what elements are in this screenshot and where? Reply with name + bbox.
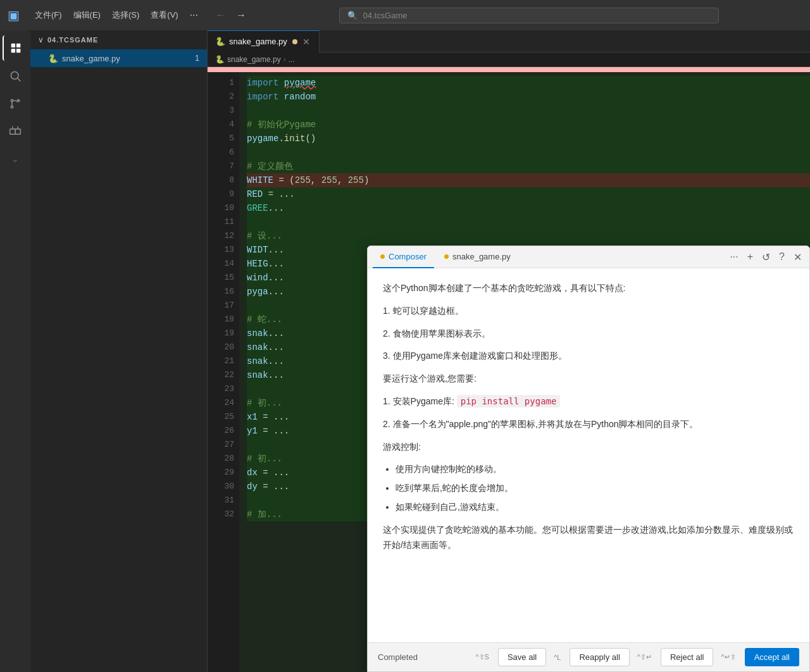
svg-rect-0 xyxy=(11,44,15,47)
sidebar-title: 04.TCSGAME xyxy=(47,36,199,44)
composer-header: Composer snake_game.py ··· + ↺ ? ✕ xyxy=(368,246,809,268)
accept-all-button[interactable]: Accept all xyxy=(745,648,799,666)
file-icon: 🐍 xyxy=(48,54,58,63)
reject-shortcut: ^⇧↵ xyxy=(637,653,652,661)
composer-outro: 这个实现提供了贪吃蛇游戏的基本功能。您可以根据需要进一步改进游戏,比如添加分数显… xyxy=(383,523,794,553)
svg-rect-3 xyxy=(16,49,20,53)
app-icon: ▣ xyxy=(8,8,20,23)
composer-intro: 这个Python脚本创建了一个基本的贪吃蛇游戏，具有以下特点: xyxy=(383,281,794,296)
breadcrumb-icon: 🐍 xyxy=(215,55,225,64)
composer-run-step-1: 1. 安装Pygame库: pip install pygame xyxy=(383,394,794,409)
composer-help-button[interactable]: ? xyxy=(776,249,787,265)
composer-run-title: 要运行这个游戏,您需要: xyxy=(383,371,794,387)
reapply-shortcut: ^L xyxy=(554,654,561,661)
composer-tab-label: Composer xyxy=(389,252,427,261)
activity-explorer[interactable] xyxy=(3,35,28,61)
breadcrumb: 🐍 snake_game.py › ... xyxy=(208,53,810,67)
composer-tab-composer[interactable]: Composer xyxy=(373,246,434,268)
tab-file-icon: 🐍 xyxy=(215,37,225,46)
save-all-button[interactable]: Save all xyxy=(498,648,546,666)
nav-back-button[interactable]: ← xyxy=(212,7,230,23)
activity-search[interactable] xyxy=(3,63,28,89)
composer-tab-file[interactable]: snake_game.py xyxy=(437,246,518,268)
svg-point-4 xyxy=(11,72,18,79)
breadcrumb-more[interactable]: ... xyxy=(289,55,295,64)
composer-close-button[interactable]: ✕ xyxy=(791,249,804,266)
composer-control-2: 吃到苹果后,蛇的长度会增加。 xyxy=(396,481,794,496)
svg-point-8 xyxy=(11,99,13,101)
reapply-all-button[interactable]: Reapply all xyxy=(570,648,629,666)
search-text: 04.tcsGame xyxy=(363,11,407,20)
accept-shortcut: ^↵⇧ xyxy=(721,653,735,661)
composer-body: 这个Python脚本创建了一个基本的贪吃蛇游戏，具有以下特点: 1. 蛇可以穿越… xyxy=(368,268,809,642)
tab-label: snake_game.py xyxy=(229,37,287,46)
svg-rect-10 xyxy=(15,129,20,134)
composer-controls-title: 游戏控制: xyxy=(383,440,794,455)
activity-extensions[interactable] xyxy=(3,119,28,144)
composer-more-button[interactable]: ··· xyxy=(727,249,740,265)
menu-file[interactable]: 文件(F) xyxy=(30,7,67,23)
main-layout: ⌄ ∨ 04.TCSGAME 🐍 snake_game.py 1 🐍 snake… xyxy=(0,30,810,672)
menu-more[interactable]: ··· xyxy=(185,7,203,23)
save-shortcut: ^⇧S xyxy=(475,653,489,661)
svg-point-6 xyxy=(11,106,13,108)
composer-tab-dot xyxy=(380,254,385,259)
svg-line-5 xyxy=(18,78,21,82)
tab-bar: 🐍 snake_game.py ✕ xyxy=(208,30,810,53)
composer-panel: Composer snake_game.py ··· + ↺ ? ✕ 这个Pyt… xyxy=(367,246,810,672)
search-icon: 🔍 xyxy=(347,11,358,20)
tab-close-button[interactable]: ✕ xyxy=(301,35,311,48)
menu-bar: 文件(F) 编辑(E) 选择(S) 查看(V) ··· xyxy=(30,7,203,23)
nav-forward-button[interactable]: → xyxy=(232,7,250,23)
sidebar: ∨ 04.TCSGAME 🐍 snake_game.py 1 xyxy=(30,30,208,672)
search-bar[interactable]: 🔍 04.tcsGame xyxy=(339,8,719,23)
sidebar-arrow: ∨ xyxy=(38,35,44,44)
composer-control-1: 使用方向键控制蛇的移动。 xyxy=(396,462,794,477)
breadcrumb-file[interactable]: snake_game.py xyxy=(227,55,281,64)
composer-file-tab-label: snake_game.py xyxy=(452,252,511,261)
menu-view[interactable]: 查看(V) xyxy=(146,7,183,23)
composer-status: Completed xyxy=(378,652,468,662)
sidebar-item-badge: 1 xyxy=(195,54,199,63)
sidebar-header[interactable]: ∨ 04.TCSGAME xyxy=(30,30,207,49)
composer-feature-3: 3. 使用Pygame库来创建游戏窗口和处理图形。 xyxy=(383,349,794,364)
sidebar-item-snake-game[interactable]: 🐍 snake_game.py 1 xyxy=(30,49,207,67)
deleted-indicator-bar xyxy=(208,67,810,72)
composer-footer: Completed ^⇧S Save all ^L Reapply all ^⇧… xyxy=(368,642,809,671)
composer-control-3: 如果蛇碰到自己,游戏结束。 xyxy=(396,500,794,515)
composer-code-inline: pip install pygame xyxy=(457,395,561,408)
tab-modified-dot xyxy=(292,39,297,44)
breadcrumb-sep: › xyxy=(284,55,286,64)
activity-bar: ⌄ xyxy=(0,30,30,672)
composer-controls-list: 使用方向键控制蛇的移动。 吃到苹果后,蛇的长度会增加。 如果蛇碰到自己,游戏结束… xyxy=(396,462,794,514)
composer-header-actions: ··· + ↺ ? ✕ xyxy=(727,249,804,266)
menu-edit[interactable]: 编辑(E) xyxy=(68,7,106,23)
nav-buttons: ← → xyxy=(212,7,250,23)
composer-run-step-2: 2. 准备一个名为"apple.png"的苹果图标,并将其放在与Python脚本… xyxy=(383,417,794,432)
composer-feature-1: 1. 蛇可以穿越边框。 xyxy=(383,304,794,319)
tab-snake-game[interactable]: 🐍 snake_game.py ✕ xyxy=(208,30,320,53)
editor-area: 🐍 snake_game.py ✕ 🐍 snake_game.py › ... … xyxy=(208,30,810,672)
composer-feature-2: 2. 食物使用苹果图标表示。 xyxy=(383,327,794,342)
composer-add-button[interactable]: + xyxy=(745,249,756,265)
activity-source-control[interactable] xyxy=(3,91,28,116)
titlebar: ▣ 文件(F) 编辑(E) 选择(S) 查看(V) ··· ← → 🔍 04.t… xyxy=(0,0,810,30)
svg-rect-1 xyxy=(16,44,20,47)
composer-refresh-button[interactable]: ↺ xyxy=(759,249,773,266)
svg-rect-9 xyxy=(10,129,15,134)
menu-select[interactable]: 选择(S) xyxy=(107,7,144,23)
activity-more[interactable]: ⌄ xyxy=(3,149,28,168)
svg-rect-2 xyxy=(11,49,15,53)
sidebar-item-label: snake_game.py xyxy=(62,54,191,63)
reject-all-button[interactable]: Reject all xyxy=(661,648,713,666)
line-numbers: 1 2 3 4 5 6 7 8 9 10 11 12 13 14 15 16 1 xyxy=(208,72,239,672)
composer-file-tab-dot xyxy=(444,254,449,259)
